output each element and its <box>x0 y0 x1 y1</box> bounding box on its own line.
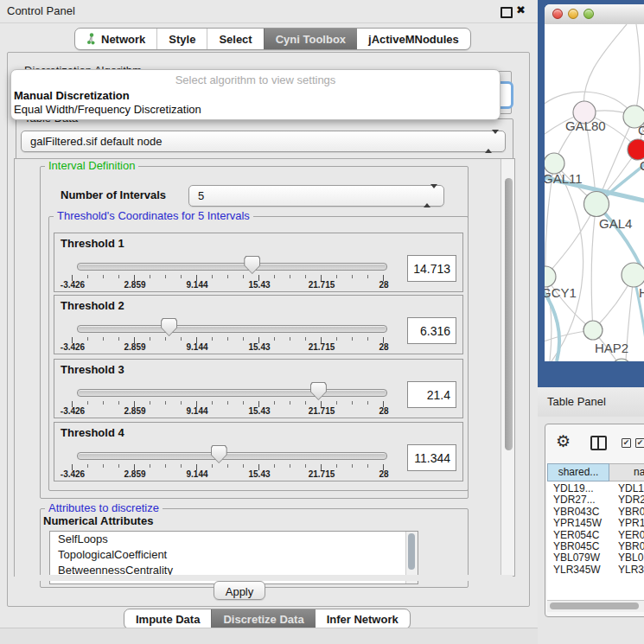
tick-label: 9.144 <box>173 406 221 416</box>
tab-cyni-toolbox[interactable]: Cyni Toolbox <box>264 29 357 49</box>
interval-definition-label: Interval Definition <box>45 159 138 172</box>
cell-shared-name: YDL19... <box>553 482 594 494</box>
table-data-combo[interactable]: galFiltered.sif default node <box>21 131 506 152</box>
network-canvas[interactable]: GAL80GCGAL11GAL4GCY1HHAP2 <box>545 24 644 361</box>
column-header-name[interactable]: na <box>609 463 644 481</box>
tab-discretize-data[interactable]: Discretize Data <box>211 609 315 628</box>
table-row[interactable]: YBR043CYBR0 <box>547 506 644 517</box>
tick-label: 9.144 <box>173 280 221 290</box>
threshold-label: Threshold 2 <box>61 299 124 312</box>
slider-track[interactable] <box>77 263 387 271</box>
network-node-label: G <box>638 123 644 137</box>
tab-network[interactable]: Network <box>75 29 156 49</box>
table-panel-titlebar: Table Panel <box>538 387 644 418</box>
tick-label: -3.426 <box>48 469 97 479</box>
threshold-value-field[interactable]: 6.316 <box>407 317 456 344</box>
table-row[interactable]: YDR27...YDR2 <box>547 494 644 505</box>
column-header-shared[interactable]: shared... <box>547 463 609 481</box>
network-node[interactable] <box>545 266 556 287</box>
threshold-value-field[interactable]: 21.4 <box>407 381 456 408</box>
table-row[interactable]: YIL052CYIL0 <box>547 575 644 577</box>
cell-name: YIL0 <box>618 575 640 577</box>
threshold-value-field[interactable]: 14.713 <box>407 255 456 282</box>
threshold-row-2: Threshold 2-3.4262.8599.14415.4321.71528… <box>54 295 463 354</box>
network-window-frame: GAL80GCGAL11GAL4GCY1HHAP2 <box>538 0 644 387</box>
slider-thumb[interactable] <box>310 382 327 400</box>
columns-icon[interactable] <box>590 436 607 450</box>
table-data-combo-value: galFiltered.sif default node <box>30 131 162 151</box>
list-item[interactable]: SelfLoops <box>50 532 418 547</box>
tick-label: 28 <box>360 280 408 290</box>
list-item[interactable]: TopologicalCoefficient <box>50 547 418 563</box>
network-edge <box>591 204 596 330</box>
num-intervals-label: Number of Intervals <box>61 188 166 201</box>
table-row[interactable]: YLR345WYLR3 <box>547 564 644 575</box>
tab-style[interactable]: Style <box>156 29 207 49</box>
attributes-group-label: Attributes to discretize <box>45 501 163 514</box>
threshold-label: Threshold 4 <box>61 426 124 439</box>
panel-title: Control Panel <box>7 4 75 17</box>
network-graph-icon <box>86 33 96 45</box>
slider-thumb-face <box>212 446 226 462</box>
checkbox-icon[interactable]: ✔ <box>622 438 631 448</box>
table-hscrollbar-thumb[interactable] <box>550 603 639 609</box>
threshold-row-4: Threshold 4-3.4262.8599.14415.4321.71528… <box>54 422 463 481</box>
table-panel-title: Table Panel <box>547 395 606 408</box>
network-node[interactable] <box>584 192 609 217</box>
dropdown-option-equal-width[interactable]: Equal Width/Frequency Discretization <box>14 103 201 116</box>
cell-shared-name: YIL052C <box>553 575 594 577</box>
minimize-traffic-light-icon[interactable] <box>568 9 578 19</box>
num-intervals-value: 5 <box>198 186 204 206</box>
zoom-traffic-light-icon[interactable] <box>583 9 594 19</box>
slider-thumb[interactable] <box>161 318 177 336</box>
float-window-icon[interactable] <box>501 7 513 18</box>
num-intervals-combo[interactable]: 5 <box>188 185 444 207</box>
tick-label: -3.426 <box>48 280 97 290</box>
tick-label: -3.426 <box>48 406 97 416</box>
network-node-label: GAL11 <box>545 171 583 186</box>
table-hscrollbar[interactable] <box>547 600 644 612</box>
tab-label: Cyni Toolbox <box>276 33 346 46</box>
close-traffic-light-icon[interactable] <box>552 9 563 19</box>
tab-infer-network[interactable]: Infer Network <box>316 609 410 628</box>
control-panel-titlebar: Control Panel ✖ <box>0 0 538 23</box>
bottom-strip <box>0 628 538 644</box>
dropdown-option-manual[interactable]: Manual Discretization <box>14 89 130 102</box>
cell-shared-name: YDR27... <box>553 494 596 506</box>
slider-thumb[interactable] <box>211 445 227 463</box>
network-node[interactable] <box>622 263 644 287</box>
threshold-value-field[interactable]: 11.344 <box>407 444 456 471</box>
cell-shared-name: YPR145W <box>553 517 602 529</box>
network-edge <box>552 163 583 361</box>
apply-button[interactable]: Apply <box>214 581 265 600</box>
table-row[interactable]: YDL19...YDL1 <box>547 482 644 494</box>
attributes-scrollbar-thumb[interactable] <box>408 533 415 570</box>
slider-thumb[interactable] <box>244 256 260 274</box>
network-node[interactable] <box>583 321 603 340</box>
checkbox-icon[interactable]: ✔ <box>635 438 644 448</box>
slider-thumb-face <box>311 383 326 399</box>
tab-label: Infer Network <box>327 613 399 626</box>
table-row[interactable]: YBR045CYBR0 <box>547 540 644 552</box>
table-row[interactable]: YER054CYER0 <box>547 529 644 540</box>
tab-impute-data[interactable]: Impute Data <box>124 609 211 628</box>
tab-label: jActiveMNodules <box>368 33 459 46</box>
slider-track[interactable] <box>77 325 387 333</box>
tick-label: 15.43 <box>235 469 284 479</box>
tab-select[interactable]: Select <box>207 29 263 49</box>
table-row[interactable]: YPR145WYPR1 <box>547 517 644 528</box>
tick-label: 28 <box>360 406 408 416</box>
slider-track[interactable] <box>77 452 387 460</box>
tick-label: 21.715 <box>297 406 346 416</box>
threshold-row-1: Threshold 1-3.4262.8599.14415.4321.71528… <box>54 233 463 292</box>
gear-icon[interactable]: ⚙ <box>556 431 571 451</box>
cell-shared-name: YER054C <box>553 529 599 541</box>
close-icon[interactable]: ✖ <box>516 3 526 16</box>
settings-scrollbar[interactable] <box>501 159 514 576</box>
stepper-icon <box>485 134 499 150</box>
settings-scrollbar-thumb[interactable] <box>505 178 513 450</box>
network-node[interactable] <box>628 139 644 160</box>
slider-track[interactable] <box>77 389 387 397</box>
tab-jactivemnodules[interactable]: jActiveMNodules <box>357 29 470 49</box>
table-row[interactable]: YBL079WYBL0 <box>547 552 644 563</box>
